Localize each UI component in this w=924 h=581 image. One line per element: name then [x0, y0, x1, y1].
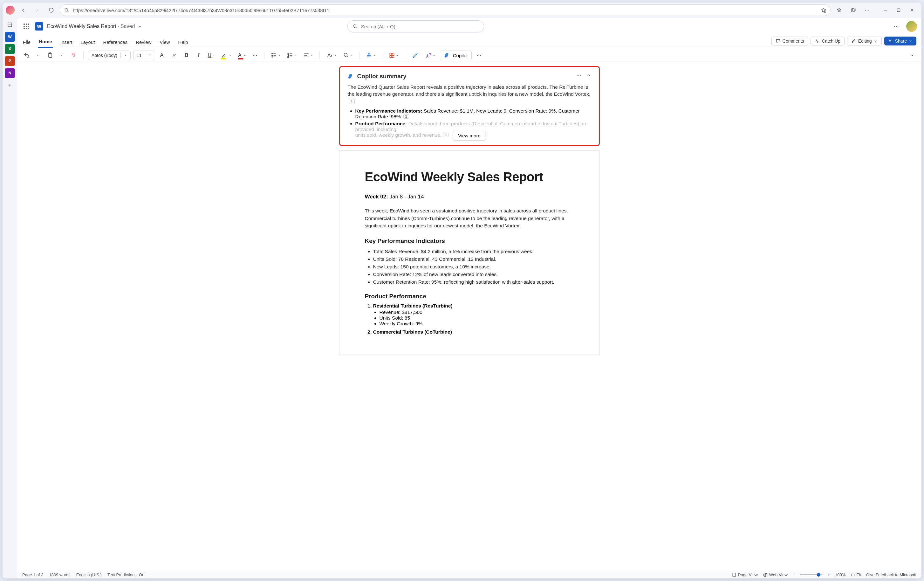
back-button[interactable] — [18, 5, 29, 16]
collections-icon[interactable] — [848, 5, 858, 16]
rewrite-button[interactable] — [423, 51, 437, 60]
tab-view[interactable]: View — [159, 37, 170, 47]
designer-button[interactable] — [387, 51, 401, 60]
browser-more-icon[interactable] — [862, 5, 873, 16]
catchup-icon — [815, 38, 820, 43]
status-predictions[interactable]: Text Predictions: On — [107, 573, 144, 577]
forward-button[interactable] — [32, 5, 43, 16]
zoom-slider[interactable] — [800, 574, 822, 575]
svg-rect-10 — [8, 23, 12, 27]
svg-rect-42 — [392, 56, 394, 58]
editing-mode-button[interactable]: Editing — [847, 36, 882, 45]
toolbar-more-button[interactable] — [474, 51, 484, 60]
rail-add-button[interactable]: + — [5, 80, 15, 90]
underline-button[interactable]: U — [206, 51, 217, 60]
svg-rect-39 — [390, 53, 392, 55]
highlight-button[interactable] — [219, 51, 234, 60]
page-view-button[interactable]: Page View — [732, 573, 758, 577]
more-font-options[interactable] — [250, 51, 260, 60]
rail-tab-icon[interactable] — [5, 20, 15, 30]
styles-button[interactable] — [324, 51, 338, 60]
rail-word-icon[interactable]: W — [5, 32, 15, 42]
page-info-icon[interactable]: 0 — [821, 7, 827, 13]
window-maximize[interactable] — [892, 5, 905, 16]
svg-point-15 — [898, 26, 898, 27]
bold-button[interactable]: B — [182, 51, 191, 60]
document-page[interactable]: EcoWind Weekly Sales Report Week 02: Jan… — [339, 151, 600, 355]
summary-collapse-button[interactable] — [586, 73, 591, 80]
svg-point-6 — [867, 10, 868, 10]
status-page[interactable]: Page 1 of 3 — [22, 573, 43, 577]
undo-dropdown[interactable] — [33, 51, 43, 60]
svg-point-13 — [894, 26, 895, 27]
rail-powerpoint-icon[interactable]: P — [5, 56, 15, 66]
zoom-out-button[interactable]: − — [793, 573, 795, 577]
catchup-button[interactable]: Catch Up — [810, 36, 844, 45]
web-view-button[interactable]: Web View — [763, 573, 788, 577]
summary-more-button[interactable] — [576, 73, 582, 80]
list-item: Commercial Turbines (CoTurbine) — [373, 329, 574, 335]
decrease-font-button[interactable]: Aˇ — [170, 51, 179, 60]
ribbon-expand-button[interactable] — [908, 51, 917, 60]
share-button[interactable]: Share — [884, 36, 916, 45]
document-title[interactable]: EcoWind Weekly Sales Report · Saved — [47, 23, 142, 29]
zoom-percent[interactable]: 100% — [835, 573, 845, 577]
reference-badge[interactable]: 3 — [443, 132, 449, 137]
svg-point-22 — [272, 53, 273, 55]
profile-avatar[interactable] — [6, 6, 15, 15]
font-family-select[interactable]: Aptos (Body) — [88, 51, 130, 60]
app-more-icon[interactable] — [891, 21, 902, 32]
svg-point-24 — [272, 55, 273, 56]
reference-badge[interactable]: 1 — [349, 99, 355, 104]
window-minimize[interactable] — [879, 5, 892, 16]
list-item: Units Sold: 78 Residential, 43 Commercia… — [373, 255, 574, 263]
tab-help[interactable]: Help — [178, 37, 189, 47]
undo-button[interactable] — [21, 51, 32, 60]
rail-onenote-icon[interactable]: N — [5, 68, 15, 78]
tab-layout[interactable]: Layout — [80, 37, 96, 47]
copilot-icon — [444, 52, 450, 58]
increase-font-button[interactable]: Aˆ — [158, 51, 167, 60]
paste-dropdown[interactable] — [56, 51, 66, 60]
app-launcher-icon[interactable] — [21, 22, 31, 31]
doc-kpi-list: Total Sales Revenue: $4.2 million, a 5% … — [365, 248, 574, 286]
refresh-button[interactable] — [46, 5, 56, 16]
format-painter-button[interactable] — [69, 51, 79, 60]
paste-button[interactable] — [45, 51, 55, 60]
fit-button[interactable]: Fit — [851, 573, 861, 577]
align-button[interactable] — [301, 51, 315, 60]
rail-excel-icon[interactable]: X — [5, 44, 15, 54]
reference-badge[interactable]: 2 — [403, 114, 409, 119]
tab-references[interactable]: References — [102, 37, 128, 47]
doc-intro-para: This week, EcoWind has seen a sustained … — [365, 207, 574, 229]
tab-file[interactable]: File — [22, 37, 31, 47]
font-color-button[interactable]: A — [236, 51, 248, 60]
svg-point-44 — [478, 55, 479, 56]
zoom-in-button[interactable]: + — [827, 573, 830, 577]
bullet-list-button[interactable] — [269, 51, 282, 60]
font-size-select[interactable]: 11 — [133, 51, 155, 60]
url-input[interactable] — [73, 8, 818, 13]
feedback-link[interactable]: Give Feedback to Microsoft — [866, 573, 916, 577]
status-words[interactable]: 1809 words — [49, 573, 71, 577]
italic-button[interactable]: I — [194, 51, 203, 60]
tab-review[interactable]: Review — [135, 37, 152, 47]
app-search-box[interactable] — [347, 20, 484, 32]
tab-insert[interactable]: Insert — [60, 37, 73, 47]
numbered-list-button[interactable]: 123 — [285, 51, 299, 60]
find-button[interactable] — [341, 51, 355, 60]
view-more-button[interactable]: View more — [453, 131, 486, 141]
editor-button[interactable] — [410, 51, 421, 60]
search-input[interactable] — [361, 24, 479, 29]
comments-button[interactable]: Comments — [771, 36, 808, 45]
favorites-icon[interactable] — [834, 5, 845, 16]
svg-point-47 — [578, 75, 579, 76]
copilot-icon — [348, 73, 354, 79]
window-close[interactable] — [906, 5, 918, 16]
address-bar[interactable]: 0 — [60, 5, 830, 16]
dictate-button[interactable] — [364, 51, 378, 60]
tab-home[interactable]: Home — [38, 36, 53, 48]
copilot-button[interactable]: Copilot — [440, 51, 472, 60]
user-avatar[interactable] — [906, 21, 917, 32]
status-language[interactable]: English (U.S.) — [76, 573, 102, 577]
